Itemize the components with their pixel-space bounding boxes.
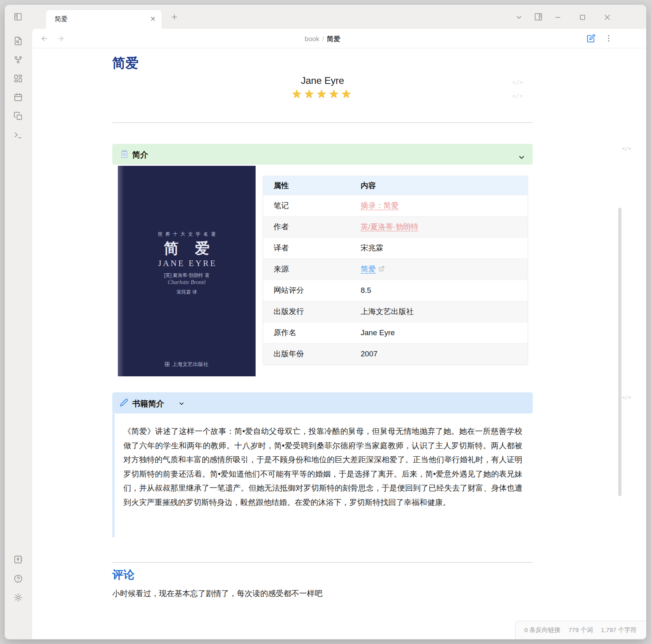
- file-search-icon[interactable]: [14, 36, 23, 46]
- notepad-emoji-icon: [120, 149, 129, 160]
- horizontal-rule: [112, 562, 533, 563]
- left-ribbon: [5, 29, 32, 639]
- properties-table: 属性 内容 笔记 摘录：简爱 作者 英/夏洛蒂·勃朗特 译者 宋兆霖 来源 简爱: [263, 176, 528, 365]
- tab-title: 简爱: [55, 15, 67, 24]
- pencil-icon: [120, 398, 128, 408]
- external-link-icon: [379, 265, 385, 274]
- table-row: 出版年份 2007: [263, 343, 528, 364]
- nav-forward-icon[interactable]: [57, 34, 65, 43]
- horizontal-rule: [112, 122, 533, 123]
- cover-title-en: JANE EYRE: [118, 258, 256, 268]
- comments-heading: 评论: [112, 567, 135, 582]
- edit-codeblock-icon[interactable]: </>: [512, 79, 523, 85]
- titlebar: 简爱: [5, 5, 646, 29]
- left-sidebar-toggle-icon[interactable]: [14, 12, 22, 21]
- word-count: 779 个词: [568, 626, 593, 634]
- chevron-down-icon[interactable]: [518, 153, 526, 163]
- maximize-icon[interactable]: [579, 14, 586, 21]
- rating-stars: ★★★★★: [112, 87, 533, 101]
- publisher-logo-icon: [165, 362, 169, 366]
- status-bar: 0 条反向链接 779 个词 1,797 个字符: [515, 621, 646, 639]
- vault-switcher-icon[interactable]: [14, 555, 23, 564]
- char-count: 1,797 个字符: [601, 626, 637, 634]
- source-external-link[interactable]: 简爱: [361, 264, 376, 274]
- table-row: 来源 简爱: [263, 258, 528, 280]
- cover-title-cn: 简爱: [118, 239, 256, 258]
- book-cover-image: 世界十大文学名著 简爱 JANE EYRE [英] 夏洛蒂·勃朗特 著 Char…: [118, 166, 256, 376]
- settings-gear-icon[interactable]: [14, 593, 23, 602]
- calendar-icon[interactable]: [14, 93, 23, 102]
- new-tab-icon[interactable]: [171, 13, 178, 21]
- canvas-dashboard-icon[interactable]: [14, 74, 23, 83]
- page-title: 简爱: [112, 54, 139, 72]
- app-window: 简爱: [5, 5, 646, 639]
- edit-mode-toggle-icon[interactable]: [586, 34, 595, 43]
- table-header-attribute: 属性: [263, 181, 361, 191]
- terminal-icon[interactable]: [14, 131, 23, 140]
- cover-author-en: Charlotte Brontë: [118, 279, 256, 286]
- cover-translator: 宋兆霖 译: [118, 289, 256, 296]
- cover-series-title: 世界十大文学名著: [118, 231, 256, 238]
- close-window-icon[interactable]: [603, 14, 611, 21]
- callout-intro-header[interactable]: 简介 </>: [112, 144, 533, 165]
- tab-close-icon[interactable]: [150, 16, 156, 24]
- chevron-down-icon[interactable]: [178, 400, 185, 409]
- table-row: 出版发行 上海文艺出版社: [263, 301, 528, 322]
- nav-back-icon[interactable]: [40, 34, 48, 43]
- graph-view-icon[interactable]: [14, 55, 23, 64]
- breadcrumb-separator: /: [322, 35, 324, 43]
- table-header-row: 属性 内容: [263, 176, 528, 195]
- book-summary-text: 《简爱》讲述了这样一个故事：简•爱自幼父母双亡，投靠冷酷的舅母，但舅母无情地抛弃…: [123, 424, 522, 510]
- cover-publisher: 上海文艺出版社: [118, 361, 256, 368]
- comment-text: 小时候看过，现在基本忘了剧情了，每次读的感受都不一样吧: [112, 588, 533, 599]
- desktop-background: 简爱: [0, 0, 651, 644]
- breadcrumb[interactable]: book/简爱: [112, 34, 533, 44]
- author-link[interactable]: 英/夏洛蒂·勃朗特: [361, 222, 419, 232]
- minimize-icon[interactable]: [554, 14, 562, 21]
- callout-summary-body: 《简爱》讲述了这样一个故事：简•爱自幼父母双亡，投靠冷酷的舅母，但舅母无情地抛弃…: [112, 413, 533, 537]
- table-header-content: 内容: [361, 181, 528, 191]
- table-row: 作者 英/夏洛蒂·勃朗特: [263, 216, 528, 237]
- book-subtitle: Jane Eyre: [112, 75, 533, 86]
- cover-author-cn: [英] 夏洛蒂·勃朗特 著: [118, 272, 256, 279]
- tab-note[interactable]: 简爱: [46, 10, 162, 29]
- vertical-scrollbar[interactable]: [618, 208, 621, 496]
- right-sidebar-toggle-icon[interactable]: [534, 12, 543, 21]
- callout-summary-title: 书籍简介: [132, 398, 164, 409]
- breadcrumb-folder[interactable]: book: [305, 35, 320, 43]
- callout-intro-title: 简介: [132, 149, 148, 160]
- table-row: 译者 宋兆霖: [263, 237, 528, 258]
- edit-codeblock-icon[interactable]: </>: [622, 394, 631, 400]
- more-options-icon[interactable]: [604, 34, 613, 43]
- callout-summary-header[interactable]: 书籍简介 </>: [112, 392, 533, 413]
- edit-codeblock-icon[interactable]: </>: [512, 93, 523, 99]
- table-row: 网站评分 8.5: [263, 280, 528, 301]
- tab-list-chevron-icon[interactable]: [515, 14, 523, 21]
- copy-files-icon[interactable]: [14, 111, 23, 121]
- table-row: 笔记 摘录：简爱: [263, 195, 528, 216]
- breadcrumb-note-title[interactable]: 简爱: [327, 35, 340, 43]
- table-row: 原作名 Jane Eyre: [263, 322, 528, 343]
- help-icon[interactable]: [14, 574, 23, 583]
- edit-codeblock-icon[interactable]: </>: [622, 145, 631, 151]
- backlinks-count[interactable]: 0 条反向链接: [524, 626, 560, 634]
- note-link[interactable]: 摘录：简爱: [361, 201, 399, 211]
